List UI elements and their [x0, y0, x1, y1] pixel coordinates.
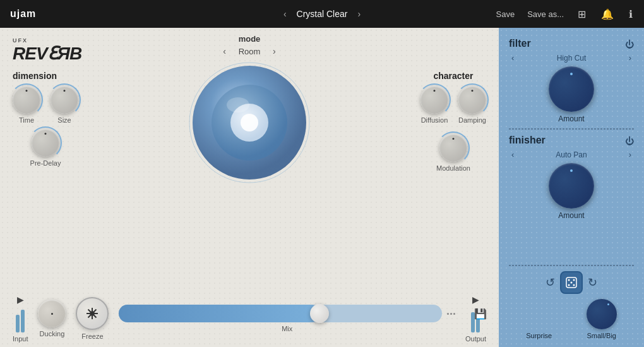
mix-save-button[interactable]: 💾: [474, 308, 487, 320]
filter-nav-row: ‹ High Cut ›: [509, 52, 634, 64]
svg-point-15: [573, 279, 575, 281]
input-bar-2: [21, 310, 25, 332]
svg-point-12: [568, 279, 570, 281]
modulation-knob[interactable]: [439, 134, 467, 162]
preset-name: Crystal Clear: [297, 9, 348, 19]
prev-preset-button[interactable]: ‹: [281, 8, 289, 20]
redo-button[interactable]: ↻: [588, 276, 597, 289]
next-preset-button[interactable]: ›: [355, 8, 363, 20]
output-label: Output: [465, 335, 486, 343]
modulation-knob-group: Modulation: [436, 134, 470, 172]
time-knob-group: Time: [13, 86, 40, 124]
mix-slider[interactable]: [119, 305, 442, 322]
right-panel: filter ⏻ ‹ High Cut › Amount finisher ⏻ …: [499, 28, 644, 347]
input-label: Input: [13, 335, 28, 343]
right-panel-bottom: ↺ ↻ Surprise: [499, 255, 644, 347]
ducking-knob[interactable]: [38, 300, 66, 327]
time-knob[interactable]: [13, 86, 40, 114]
left-panel: UFX REVƐЯB mode ‹ Room ›: [0, 28, 499, 347]
input-vu-meter: [16, 307, 25, 332]
dimension-bottom-row: Pre-Delay: [13, 129, 78, 167]
svg-point-5: [227, 97, 249, 113]
damping-knob[interactable]: [458, 86, 486, 114]
filter-prev-button[interactable]: ‹: [509, 52, 516, 64]
character-top-row: Diffusion Damping: [420, 86, 486, 124]
surprise-button[interactable]: [560, 271, 583, 294]
mode-section: mode ‹ Room ›: [220, 34, 278, 58]
mode-label: mode: [220, 34, 278, 44]
finisher-header: finisher ⏻: [509, 135, 634, 147]
app-logo: ujam: [10, 8, 36, 20]
input-vu-container: ▶ Input: [13, 295, 28, 343]
bottom-knob-row: Surprise Small/Big: [509, 299, 634, 339]
svg-point-4: [241, 114, 258, 131]
ducking-container: Ducking: [38, 300, 66, 338]
filter-title: filter: [509, 38, 531, 49]
pre-delay-knob[interactable]: [32, 129, 59, 157]
save-as-button[interactable]: Save as...: [527, 9, 564, 19]
dimension-top-row: Time Size: [13, 86, 78, 124]
reverb-orb-container: [186, 59, 313, 188]
finisher-subtitle: Auto Pan: [556, 150, 587, 159]
pre-delay-knob-group: Pre-Delay: [13, 129, 78, 167]
time-label: Time: [19, 116, 34, 124]
filter-amount-knob[interactable]: [549, 66, 594, 112]
finisher-title: finisher: [509, 135, 546, 146]
freeze-icon: [85, 307, 99, 320]
filter-power-button[interactable]: ⏻: [625, 39, 634, 49]
dice-icon: [566, 277, 577, 288]
small-big-knob[interactable]: [587, 299, 617, 329]
filter-knob-container: [509, 66, 634, 112]
freeze-button[interactable]: [76, 297, 109, 330]
mix-dot-2: [450, 313, 452, 315]
mix-fill: [119, 305, 319, 322]
surprise-controls-row: ↺ ↻: [509, 271, 634, 294]
damping-label: Damping: [458, 116, 486, 124]
svg-point-14: [573, 284, 575, 286]
character-label: character: [420, 71, 486, 81]
panel-divider: [509, 128, 634, 130]
size-knob[interactable]: [51, 86, 78, 114]
mix-thumb[interactable]: [310, 304, 329, 323]
diffusion-label: Diffusion: [421, 116, 448, 124]
save-button[interactable]: Save: [496, 9, 515, 19]
finisher-knob-container: [509, 163, 634, 209]
input-bar-1: [16, 315, 20, 332]
finisher-prev-button[interactable]: ‹: [509, 149, 516, 161]
filter-section: filter ⏻ ‹ High Cut › Amount: [509, 38, 634, 123]
mode-prev-button[interactable]: ‹: [220, 45, 229, 58]
finisher-amount-knob[interactable]: [549, 163, 594, 209]
main-area: UFX REVƐЯB mode ‹ Room ›: [0, 28, 644, 347]
finisher-power-button[interactable]: ⏻: [625, 136, 634, 146]
finisher-amount-label: Amount: [509, 211, 634, 220]
svg-point-16: [568, 284, 570, 286]
info-icon[interactable]: ℹ: [628, 7, 634, 21]
input-play-button[interactable]: ▶: [17, 295, 24, 305]
mode-next-button[interactable]: ›: [270, 45, 278, 58]
pre-delay-label: Pre-Delay: [30, 159, 61, 167]
reverb-title: REVƐЯB: [13, 44, 81, 63]
character-section: character Diffusion Damping: [420, 71, 486, 172]
size-knob-group: Size: [51, 86, 78, 124]
dimension-label: dimension: [13, 71, 78, 81]
mode-selector: ‹ Room ›: [220, 45, 278, 58]
undo-button[interactable]: ↺: [546, 276, 555, 289]
bell-icon[interactable]: 🔔: [600, 7, 615, 21]
mix-label: Mix: [282, 325, 292, 332]
panel-divider-2: [509, 265, 634, 266]
grid-icon[interactable]: ⊞: [576, 7, 587, 21]
ducking-label: Ducking: [40, 330, 65, 338]
mix-slider-row: 💾: [119, 305, 455, 322]
filter-next-button[interactable]: ›: [626, 52, 634, 64]
small-big-knob-group: Small/Big: [587, 299, 617, 339]
modulation-label: Modulation: [436, 164, 470, 172]
reverb-orb[interactable]: [186, 59, 313, 186]
bottom-bar: ▶ Input Ducking: [0, 290, 499, 347]
preset-area: ‹ Crystal Clear ›: [281, 8, 363, 20]
mix-dot-1: [447, 313, 449, 315]
finisher-next-button[interactable]: ›: [626, 149, 634, 161]
finisher-nav-row: ‹ Auto Pan ›: [509, 149, 634, 161]
output-play-button[interactable]: ▶: [472, 295, 479, 305]
damping-knob-group: Damping: [458, 86, 486, 124]
diffusion-knob[interactable]: [420, 86, 448, 114]
